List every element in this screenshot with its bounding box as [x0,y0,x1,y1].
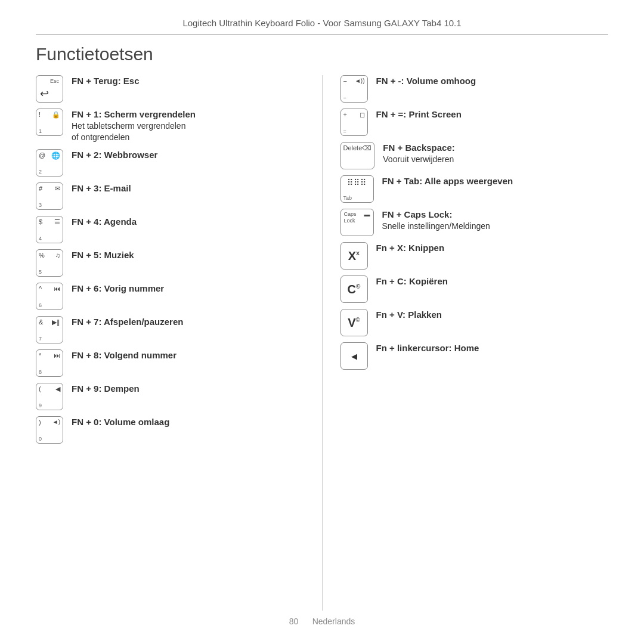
footer: 80 Nederlands [36,611,608,626]
desc-6: FN + 6: Vorig nummer [72,283,164,295]
key-9-bottom: 9 [39,402,42,408]
key-1-top-right: 🔒 [52,111,60,119]
key-row-0: ) ◄) 0 FN + 0: Volume omlaag [36,416,304,444]
desc-minus-main: FN + -: Volume omhoog [376,75,476,87]
key-8-top-left: * [39,352,41,359]
key-row-2: @ 🌐 2 FN + 2: Webbrowser [36,149,304,177]
right-column: − ◄)) − FN + -: Volume omhoog + ◻ = [340,75,609,611]
desc-5-main: FN + 5: Muziek [72,249,134,261]
key-equals-top-right: ◻ [360,111,365,119]
esc-top-label: Esc [40,78,59,84]
key-caps-top-icon: ▬ [364,211,370,218]
key-2: @ 🌐 2 [36,149,63,177]
page-number: 80 [289,617,299,626]
desc-3: FN + 3: E-mail [72,182,131,194]
key-x-letter: Xx [348,249,360,263]
key-5-top-right: ♫ [55,252,60,259]
key-5: % ♫ 5 [36,249,63,277]
key-6-bottom: 6 [39,302,42,308]
desc-tab: FN + Tab: Alle apps weergeven [382,175,513,187]
key-3-top-left: # [39,185,42,192]
key-delete-top-left: Delete [343,144,363,151]
key-3-top-right: ✉ [55,185,60,193]
key-4-bottom: 4 [39,236,42,242]
desc-caps-main: FN + Caps Lock: [382,209,490,221]
desc-7-main: FN + 7: Afspelen/pauzeren [72,316,183,328]
desc-9-main: FN + 9: Dempen [72,383,140,395]
key-c: C© [340,275,368,303]
desc-equals: FN + =: Print Screen [376,109,462,120]
key-1: ! 🔒 1 [36,109,63,136]
key-5-top-left: % [39,252,45,259]
key-minus-bottom: − [343,95,346,101]
key-left-arrow: ◀ [340,342,368,370]
desc-7: FN + 7: Afspelen/pauzeren [72,316,183,328]
desc-2-main: FN + 2: Webbrowser [72,149,157,161]
desc-0: FN + 0: Volume omlaag [72,416,169,428]
key-8: * ⏭ 8 [36,349,63,377]
key-4-top-left: $ [39,218,42,225]
desc-1: FN + 1: Scherm vergrendelen Het tabletsc… [72,109,196,143]
key-6: ^ ⏮ 6 [36,283,63,310]
key-equals-top-left: + [343,111,347,118]
key-6-top-right: ⏮ [54,285,60,292]
desc-8: FN + 8: Volgend nummer [72,349,177,361]
key-row-4: $ ☰ 4 FN + 4: Agenda [36,216,304,243]
key-row-8: * ⏭ 8 FN + 8: Volgend nummer [36,349,304,377]
desc-c-main: Fn + C: Kopiëren [376,275,448,287]
desc-minus: FN + -: Volume omhoog [376,75,476,87]
desc-x-main: Fn + X: Knippen [376,242,445,254]
desc-delete-sub: Vooruit verwijderen [383,154,454,165]
desc-c: Fn + C: Kopiëren [376,275,448,287]
desc-9: FN + 9: Dempen [72,383,140,395]
key-0-bottom: 0 [39,436,42,442]
desc-0-main: FN + 0: Volume omlaag [72,416,169,428]
desc-8-main: FN + 8: Volgend nummer [72,349,177,361]
key-row-9: ( ◀ 9 FN + 9: Dempen [36,383,304,410]
key-4: $ ☰ 4 [36,216,63,243]
desc-4: FN + 4: Agenda [72,216,137,228]
key-9-top-right: ◀ [55,385,60,393]
desc-v-main: Fn + V: Plakken [376,309,442,321]
key-equals: + ◻ = [340,109,368,136]
desc-5: FN + 5: Muziek [72,249,134,261]
language-label: Nederlands [312,617,355,626]
desc-caps-sub: Snelle instellingen/Meldingen [382,221,490,232]
column-divider [322,75,323,611]
key-1-bottom: 1 [39,128,42,134]
section-title: Functietoetsen [36,44,608,64]
key-9: ( ◀ 9 [36,383,63,410]
desc-4-main: FN + 4: Agenda [72,216,137,228]
key-2-top-right: 🌐 [51,151,60,160]
key-row-tab: ⠿⠿⠿ Tab FN + Tab: Alle apps weergeven [340,175,609,203]
key-7-top-left: & [39,318,43,326]
key-row-1: ! 🔒 1 FN + 1: Scherm vergrendelen Het ta… [36,109,304,143]
key-minus-top-right: ◄)) [355,78,365,84]
key-3: # ✉ 3 [36,182,63,210]
key-v: V© [340,309,368,336]
desc-tab-main: FN + Tab: Alle apps weergeven [382,175,513,187]
key-2-top-left: @ [39,151,45,159]
key-0-top-left: ) [39,419,41,426]
key-row-x: Xx Fn + X: Knippen [340,242,609,270]
key-7-bottom: 7 [39,336,42,342]
header-title: Logitech Ultrathin Keyboard Folio - Voor… [36,18,608,35]
key-row-3: # ✉ 3 FN + 3: E-mail [36,182,304,210]
key-4-top-right: ☰ [54,218,60,226]
key-esc: Esc ↩ [36,75,63,103]
key-row-c: C© Fn + C: Kopiëren [340,275,609,303]
key-tab-bottom: Tab [343,195,352,201]
left-column: Esc ↩ FN + Terug: Esc ! 🔒 1 FN + 1: S [36,75,304,611]
key-6-top-left: ^ [39,285,42,292]
key-equals-bottom: = [343,128,346,134]
key-minus: − ◄)) − [340,75,368,103]
key-0-top-right: ◄) [52,419,60,425]
key-delete-top-right: ⌫ [362,144,371,152]
key-caps-top-text: CapsLock [344,211,357,224]
desc-esc-main: FN + Terug: Esc [72,75,140,87]
desc-1-sub: Het tabletscherm vergrendelen [72,120,196,132]
key-caps-lock: CapsLock ▬ [340,209,374,236]
desc-left-main: Fn + linkercursor: Home [376,342,479,354]
desc-1-main: FN + 1: Scherm vergrendelen [72,109,196,120]
key-7-top-right: ▶‖ [52,318,60,326]
